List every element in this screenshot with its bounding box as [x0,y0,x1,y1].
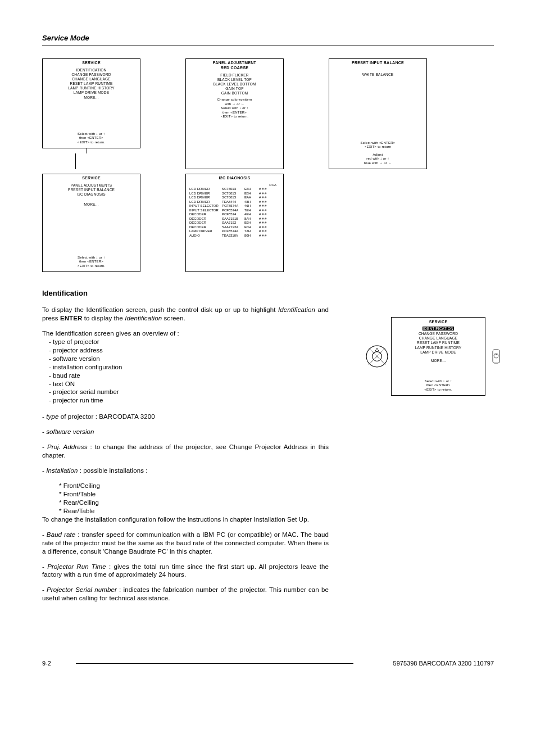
section-heading: Identification [42,289,494,297]
p-installation: - Installation : possible installations … [42,467,329,475]
side-figure: SERVICE IDENTIFICATION CHANGE PASSWORD C… [365,317,505,396]
list-item: - projector serial number [49,388,329,396]
menu-instructions: Select with ↓ or ↑ then <ENTER> <EXIT> t… [46,256,137,269]
p-serial: - Projector Serial number : indicates th… [42,586,329,603]
menu-panel-adjustment: PANEL ADJUSTMENT RED COARSE FIELD FLICKE… [185,58,284,169]
menu-row-2: SERVICE PANEL ADJUSTMENTS PRESET INPUT B… [42,174,494,272]
menu-item: BLACK LEVEL BOTTOM [189,82,280,87]
menu-item: CHANGE LANGUAGE [394,336,483,341]
menu-item: RESET LAMP RUNTIME [394,341,483,345]
menu-instructions: Select with ↓ or ↑ then <ENTER> <EXIT> t… [394,379,483,392]
menu-i2c-diagnosis: I2C DIAGNOSIS DCA LCD DRIVERSC76013E6H# … [185,174,284,272]
p-change-install: To change the installation configuration… [42,515,329,524]
i2c-row: LCD DRIVERSC76013E6H# # # [189,187,280,192]
installation-list: Front/CeilingFront/TableRear/CeilingRear… [59,482,329,515]
p-overview: The Identification screen gives an overv… [42,329,329,338]
i2c-row: DECODERSAA7192AE0H# # # [189,225,280,230]
list-item: Front/Table [59,490,329,499]
page-footer: 9-2 5975398 BARCODATA 3200 110797 [42,660,494,667]
i2c-header: DCA [189,183,280,188]
menu-more: MORE... [431,359,446,363]
svg-rect-4 [493,350,499,363]
list-item: Rear/Ceiling [59,499,329,507]
i2c-row: INPUT SELECTORPCF8574A46H# # # [189,204,280,209]
list-item: - installation configuration [49,363,329,372]
list-item: - software version [49,355,329,363]
list-item: - projector run time [49,396,329,405]
control-disk-icon [365,345,389,368]
menu-items: IDENTIFICATION CHANGE PASSWORD CHANGE LA… [394,327,483,363]
menu-item: LAMP DRIVE MODE [394,350,483,355]
menu-more: MORE... [84,96,98,99]
menu-item: PANEL ADJUSTMENTS [46,183,137,188]
menu-items: FIELD FLICKER BLACK LEVEL TOP BLACK LEVE… [189,73,280,96]
menu-item: CHANGE LANGUAGE [46,77,137,82]
page-title: Service Mode [42,34,494,42]
i2c-row: LCD DRIVERSC76013EAH# # # [189,196,280,200]
menu-item: CHANGE PASSWORD [394,332,483,336]
menu-title: SERVICE [394,319,483,324]
menu-service-side: SERVICE IDENTIFICATION CHANGE PASSWORD C… [391,317,485,396]
remote-icon [488,348,505,365]
footer-rule [76,663,353,664]
p-run-time: - Projector Run Time : gives the total r… [42,563,329,580]
menu-subtitle: RED COARSE [189,66,280,71]
p-display-identification: To display the Identification screen, pu… [42,306,329,323]
list-item: - baud rate [49,372,329,380]
list-item: Front/Ceiling [59,482,329,490]
i2c-row: LCD DRIVERTDA844448H# # # [189,200,280,205]
menu-items: PANEL ADJUSTMENTS PRESET INPUT BALANCE I… [46,183,137,207]
p-proj-address: - Proj. Address : to change the address … [42,443,329,460]
i2c-rows: LCD DRIVERSC76013E6H# # #LCD DRIVERSC760… [189,187,280,238]
menu-item: GAIN TOP [189,87,280,91]
menu-item: PRESET INPUT BALANCE [46,188,137,192]
i2c-row: DECODERSAA7152B2H# # # [189,221,280,225]
list-item: - projector address [49,346,329,355]
i2c-row: DECODERSAA7151B8AH# # # [189,217,280,221]
menu-title: SERVICE [46,176,137,181]
menu-service-1: SERVICE IDENTIFICATION CHANGE PASSWORD C… [42,58,140,148]
menu-row-1: SERVICE IDENTIFICATION CHANGE PASSWORD C… [42,58,494,169]
menu-title: PANEL ADJUSTMENT [189,61,280,66]
menu-instructions: Select with ↓ or ↑ then <ENTER> <EXIT> t… [46,132,137,145]
menu-item: LAMP RUNTINE HISTORY [46,86,137,90]
overview-list: - type of projector - projector address-… [49,338,329,405]
menu-instructions: Change color+pattern with → or ← Select … [189,98,280,119]
i2c-row: AUDIOTEA6310V80H# # # [189,234,280,238]
menu-instructions: Select with <ENTER> <EXIT> to return Adj… [333,141,423,166]
menu-item: LAMP DRIVE MODE [46,90,137,95]
menu-item: GAIN BOTTOM [189,91,280,96]
p-type: - type of projector : BARCODATA 3200 [42,413,329,421]
menu-item: RESET LAMP RUNTIME [46,82,137,86]
menu-preset-input-balance: PRESET INPUT BALANCE WHITE BALANCE Selec… [329,58,427,169]
menu-service-2: SERVICE PANEL ADJUSTMENTS PRESET INPUT B… [42,174,140,272]
menu-items: IDENTIFICATION CHANGE PASSWORD CHANGE LA… [46,68,137,100]
p-software: - software version [42,428,329,436]
footer-page-number: 9-2 [42,660,70,667]
list-item: Rear/Table [59,507,329,515]
menu-item: BLACK LEVEL TOP [189,78,280,82]
menu-title: I2C DIAGNOSIS [189,176,280,181]
i2c-row: LAMP DRIVERPCF8574A72H# # # [189,229,280,234]
menu-item: LAMP RUNTINE HISTORY [394,346,483,350]
menu-more: MORE... [84,202,98,206]
i2c-row: DECODERPCF85744EH# # # [189,212,280,217]
list-item: - text ON [49,380,329,388]
body-text: To display the Identification screen, pu… [42,306,329,609]
menu-item: I2C DIAGNOSIS [46,192,137,197]
footer-doc-id: 5975398 BARCODATA 3200 110797 [359,660,494,667]
title-rule [42,46,494,46]
menu-item: IDENTIFICATION [46,68,137,73]
menu-item: WHITE BALANCE [333,73,423,77]
menu-title: SERVICE [46,61,137,66]
list-item: - type of projector [49,338,329,346]
menu-item: CHANGE PASSWORD [46,73,137,77]
p-baud-rate: - Baud rate : transfer speed for communi… [42,531,329,556]
menu-item: FIELD FLICKER [189,73,280,78]
menu-title: PRESET INPUT BALANCE [333,61,423,66]
i2c-row: LCD DRIVERSC76013E8H# # # [189,192,280,196]
menu-item-highlighted: IDENTIFICATION [394,327,483,331]
i2c-row: INPUT SELECTORPCF8574A7EH# # # [189,209,280,213]
